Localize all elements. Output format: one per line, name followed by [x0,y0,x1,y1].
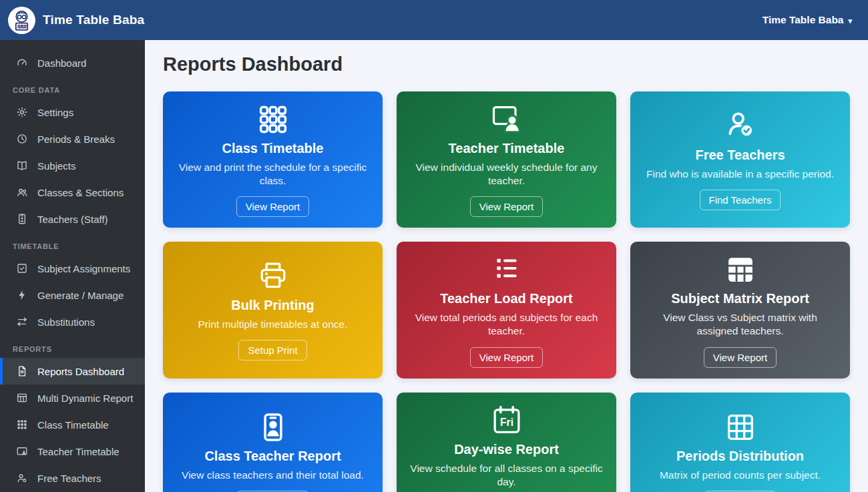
card-title: Teacher Timetable [449,141,565,156]
sidebar-item-label: Subject Assignments [37,263,130,274]
sidebar-item-subjects[interactable]: Subjects [0,152,145,179]
app-root: Time Table Baba Time Table Baba ▾ Dashbo… [0,0,868,492]
card-title: Periods Distribution [676,449,804,464]
list-icon [489,252,524,287]
check-square-icon [15,262,29,275]
sidebar-item-settings[interactable]: Settings [0,99,145,126]
sidebar-item-label: Settings [37,107,73,118]
card-description: View class teachers and their total load… [182,469,364,482]
card-description: View Class vs Subject matrix with assign… [642,311,838,338]
report-card-periods-distribution: Periods DistributionMatrix of period cou… [630,393,850,492]
sidebar-item-generate-manage[interactable]: Generate / Manage [0,282,145,308]
swap-arrows-icon [15,315,29,328]
card-description: View schedule for all classes on a speci… [409,462,604,489]
chevron-down-icon: ▾ [848,17,852,25]
sidebar-item-teacher-timetable[interactable]: Teacher Timetable [0,438,145,465]
card-title: Day-wise Report [454,442,559,457]
setup-print-button[interactable]: Setup Print [238,340,306,360]
sidebar-item-label: Multi Dynamic Report [37,393,133,404]
person-check-icon [723,109,758,144]
card-title: Subject Matrix Report [671,291,809,306]
sidebar-item-label: Substitutions [37,316,95,328]
calendar-fri-icon: Fri [489,403,524,438]
file-text-icon [15,364,29,378]
grid-gap-icon [256,102,290,137]
printer-icon [256,259,290,294]
card-description: View total periods and subjects for each… [409,311,604,338]
page-title: Reports Dashboard [163,53,850,75]
report-card-class-timetable: Class TimetableView and print the schedu… [163,91,383,228]
grid-gap-icon [15,418,29,431]
sidebar-item-teachers-staff[interactable]: Teachers (Staff) [0,206,145,232]
report-card-teacher-load-report: Teacher Load ReportView total periods an… [397,242,616,378]
card-title: Free Teachers [695,148,785,163]
gear-icon [15,105,29,119]
app-logo-icon [8,7,35,34]
report-card-class-teacher-report: Class Teacher ReportView class teachers … [163,393,383,492]
sidebar-section-core-data: CORE DATA [0,83,145,97]
sidebar-item-label: Teacher Timetable [37,446,120,457]
app-shell: DashboardCORE DATASettingsPeriods & Brea… [0,40,868,492]
sidebar-item-periods-breaks[interactable]: Periods & Breaks [0,126,145,152]
sidebar-item-label: Class Timetable [37,419,109,431]
person-video-icon [15,445,29,458]
view-report-button[interactable]: View Report [236,196,309,217]
sidebar-item-subject-assignments[interactable]: Subject Assignments [0,255,145,282]
card-title: Bulk Printing [231,298,314,313]
card-description: View individual weekly schedule for any … [409,161,604,188]
grid-lines-icon [723,410,758,445]
report-card-day-wise-report: FriDay-wise ReportView schedule for all … [397,393,616,492]
sidebar-item-multi-dynamic-report[interactable]: Multi Dynamic Report [0,385,145,411]
report-card-free-teachers: Free TeachersFind who is available in a … [630,91,850,228]
sidebar-item-label: Dashboard [37,57,86,69]
sidebar-item-label: Periods & Breaks [37,134,115,145]
person-badge-icon [256,410,290,445]
top-navbar: Time Table Baba Time Table Baba ▾ [0,0,868,40]
sidebar-item-label: Reports Dashboard [37,366,124,377]
card-title: Teacher Load Report [440,291,573,306]
view-report-button[interactable]: View Report [470,347,543,368]
user-menu-dropdown[interactable]: Time Table Baba ▾ [763,14,852,26]
sidebar: DashboardCORE DATASettingsPeriods & Brea… [0,40,145,492]
brand[interactable]: Time Table Baba [8,7,144,34]
sidebar-item-label: Generate / Manage [37,290,124,301]
view-report-button[interactable]: View Report [704,347,777,368]
person-video-icon [489,102,524,137]
sidebar-item-substitutions[interactable]: Substitutions [0,308,145,335]
person-badge-icon [15,212,29,226]
lightning-icon [15,288,29,302]
find-teachers-button[interactable]: Find Teachers [700,190,781,210]
person-check-icon [15,471,29,485]
sidebar-section-timetable: TIMETABLE [0,239,145,254]
sidebar-item-classes-sections[interactable]: Classes & Sections [0,179,145,206]
svg-text:Fri: Fri [499,417,513,428]
sidebar-item-free-teachers[interactable]: Free Teachers [0,465,145,491]
sidebar-section-reports: REPORTS [0,342,145,356]
sidebar-item-class-timetable[interactable]: Class Timetable [0,411,145,438]
people-icon [15,186,29,199]
report-card-teacher-timetable: Teacher TimetableView individual weekly … [397,91,616,228]
card-description: Matrix of period counts per subject. [660,469,821,482]
card-description: Print multiple timetables at once. [198,318,348,331]
user-menu-label: Time Table Baba [763,14,844,26]
sidebar-item-label: Teachers (Staff) [37,214,108,225]
sidebar-item-dashboard[interactable]: Dashboard [0,49,145,76]
sidebar-item-label: Free Teachers [37,473,101,484]
reports-grid: Class TimetableView and print the schedu… [163,91,850,492]
report-card-bulk-printing: Bulk PrintingPrint multiple timetables a… [163,242,383,378]
card-description: View and print the schedule for a specif… [175,161,371,188]
card-title: Class Timetable [222,141,324,156]
report-card-subject-matrix-report: Subject Matrix ReportView Class vs Subje… [630,242,850,378]
book-icon [15,159,29,172]
sidebar-item-reports-dashboard[interactable]: Reports Dashboard [0,358,145,385]
card-title: Class Teacher Report [204,449,341,464]
view-report-button[interactable]: View Report [470,196,543,217]
brand-title: Time Table Baba [43,13,144,27]
sidebar-item-label: Subjects [37,160,76,172]
clock-icon [15,132,29,146]
sidebar-item-label: Classes & Sections [37,187,124,198]
table-fill-icon [723,252,758,287]
speedometer-icon [15,56,29,69]
card-description: Find who is available in a specific peri… [646,168,834,181]
main-content: Reports Dashboard Class TimetableView an… [145,40,868,492]
